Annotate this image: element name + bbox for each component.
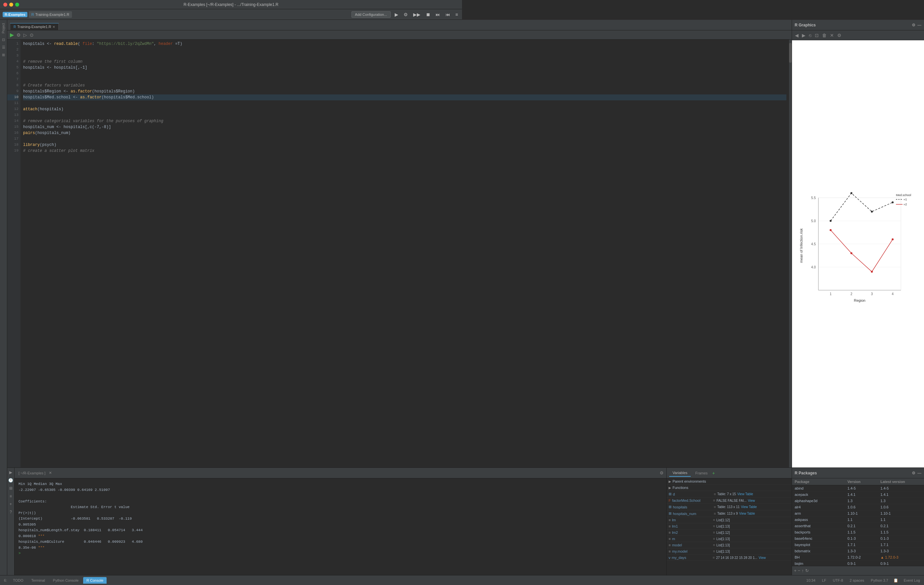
project-badge[interactable]: R-Examples	[3, 12, 27, 17]
code-line-2	[23, 47, 462, 53]
sidebar-icon1[interactable]: ⊡	[1, 36, 6, 43]
editor-tab-close[interactable]: ✕	[53, 25, 55, 29]
title-bar: R-Examples [~/R-Examples] - .../Training…	[0, 0, 462, 9]
sidebar-project[interactable]: Project	[1, 21, 6, 35]
left-sidebar: Project ⊡ ☰ ⊞	[0, 20, 7, 292]
top-section: R Training-Example1.R ✕ ▶ ⚙ ▷ ⊙ 1 2 3 4 …	[7, 20, 462, 292]
code-area[interactable]: 1 2 3 4 5 6 7 8 9 10 11 12 13 14 15 16 1	[7, 40, 462, 292]
code-line-13	[23, 112, 462, 118]
code-line-19: # create a scatter plot matrix	[23, 148, 462, 154]
sidebar-icon2[interactable]: ☰	[1, 44, 6, 51]
editor-toolbar: ▶ ⚙ ▷ ⊙	[7, 30, 462, 40]
file-tab[interactable]: R Training-Example1.R	[29, 11, 72, 18]
run-selection-button[interactable]: ▷	[23, 32, 27, 38]
run-all-icon[interactable]: ▶▶	[412, 11, 422, 18]
code-line-7	[23, 77, 462, 83]
code-line-16: pairs(hospitals_num)	[23, 130, 462, 136]
code-line-10: hospitals$Med.school <- as.factor(hospit…	[23, 94, 462, 100]
maximize-button[interactable]	[15, 3, 19, 7]
editor-tab-label: Training-Example1.R	[17, 25, 51, 29]
code-line-1: hospitals <- read.table( file: "https://…	[23, 41, 462, 47]
code-line-15: hospitals_num <- hospitals[,c(-7,-8)]	[23, 124, 462, 130]
code-line-11	[23, 100, 462, 106]
sidebar-icon3[interactable]: ⊞	[1, 52, 6, 58]
code-content[interactable]: hospitals <- read.table( file: "https://…	[20, 40, 462, 292]
menu-bar: R-Examples R Training-Example1.R Add Con…	[0, 9, 462, 20]
source-button[interactable]: ⊙	[30, 32, 34, 38]
line-numbers: 1 2 3 4 5 6 7 8 9 10 11 12 13 14 15 16 1	[7, 40, 20, 292]
code-line-8: # Create factors variables	[23, 83, 462, 88]
run-button[interactable]: ▶	[10, 32, 14, 38]
close-button[interactable]	[3, 3, 7, 7]
code-line-6	[23, 71, 462, 77]
debug-icon[interactable]: ⚙	[402, 11, 409, 18]
code-line-9: hospitals$Region <- as.factor(hospitals$…	[23, 88, 462, 94]
code-line-5: hospitals <- hospitals[,-1]	[23, 65, 462, 71]
settings-icon2[interactable]: ≡	[454, 11, 459, 18]
code-line-3	[23, 53, 462, 59]
code-line-17	[23, 136, 462, 142]
code-line-18: library(psych)	[23, 142, 462, 148]
back-icon[interactable]: ⏮	[444, 11, 451, 18]
code-line-12: attach(hospitals)	[23, 106, 462, 112]
toolbar-right: Add Configuration... ▶ ⚙ ▶▶ ⏹ ⏭ ⏮ ≡	[351, 11, 459, 18]
step-icon[interactable]: ⏭	[434, 11, 442, 18]
file-tab-label: Training-Example1.R	[35, 13, 69, 17]
add-config-button[interactable]: Add Configuration...	[351, 11, 391, 18]
code-line-14: # remove categorical variables for the p…	[23, 118, 462, 124]
debug-button[interactable]: ⚙	[16, 32, 21, 38]
window-title: R-Examples [~/R-Examples] - .../Training…	[183, 2, 278, 7]
window-controls	[3, 3, 19, 7]
main-container: R Training-Example1.R ✕ ▶ ⚙ ▷ ⊙ 1 2 3 4 …	[7, 20, 462, 292]
editor-tab-main[interactable]: R Training-Example1.R ✕	[10, 23, 59, 30]
editor-panel: R Training-Example1.R ✕ ▶ ⚙ ▷ ⊙ 1 2 3 4 …	[7, 20, 462, 292]
run-icon[interactable]: ▶	[393, 11, 399, 18]
code-line-4: # remove the first column	[23, 59, 462, 65]
stop-icon[interactable]: ⏹	[424, 11, 432, 18]
minimize-button[interactable]	[9, 3, 13, 7]
editor-tabs: R Training-Example1.R ✕	[7, 20, 462, 30]
